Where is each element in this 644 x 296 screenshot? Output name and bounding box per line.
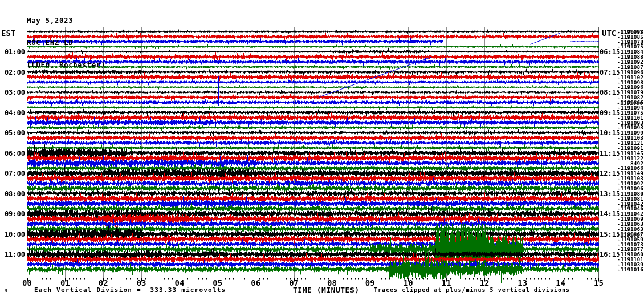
est-hour-label: 06:00: [0, 149, 25, 157]
x-axis-tick-label: 06: [251, 278, 260, 287]
est-hour-label: 04:00: [0, 109, 25, 117]
x-axis-tick-label: 11: [442, 278, 451, 287]
trace-end-value: -1191016: [616, 267, 643, 272]
x-axis-title: TIME (MINUTES): [293, 286, 360, 294]
est-hour-label: 05:00: [0, 129, 25, 137]
header-station-id: ROC EHZ LD --: [27, 39, 105, 46]
corner-glyph: M: [5, 289, 7, 293]
est-hour-label: 09:00: [0, 210, 25, 218]
est-hour-label: 07:00: [0, 169, 25, 177]
x-axis-tick-label: 00: [22, 278, 32, 287]
x-axis-tick-label: 09: [365, 278, 375, 287]
left-timezone-label: EST: [1, 29, 15, 38]
est-hour-label: 01:00: [0, 48, 25, 56]
right-timezone-label: UTC: [602, 29, 616, 38]
est-hour-label: 02:00: [0, 68, 25, 76]
header-date: May 5,2023: [27, 17, 105, 24]
x-axis-tick-label: 10: [403, 278, 413, 287]
clip-note: Traces clipped at plus/minus 5 vertical …: [374, 287, 570, 293]
header-network: (LDEO, Rochester): [27, 61, 105, 68]
plot-header: May 5,2023 ROC EHZ LD -- (LDEO, Rocheste…: [27, 2, 105, 76]
est-hour-label: 11:00: [0, 250, 25, 258]
est-hour-label: 10:00: [0, 230, 25, 238]
est-hour-label: 03:00: [0, 88, 25, 96]
x-axis-tick-label: 13: [517, 278, 527, 287]
x-axis-tick-label: 15: [594, 278, 604, 287]
est-hour-label: 08:00: [0, 190, 25, 198]
division-note: Each Vertical Division = 333.33 microvol…: [34, 286, 226, 294]
helicorder-page: { "header": { "date": "May 5,2023", "sta…: [0, 0, 644, 296]
x-axis-tick-label: 12: [479, 278, 489, 287]
x-axis-tick-label: 14: [556, 278, 565, 287]
